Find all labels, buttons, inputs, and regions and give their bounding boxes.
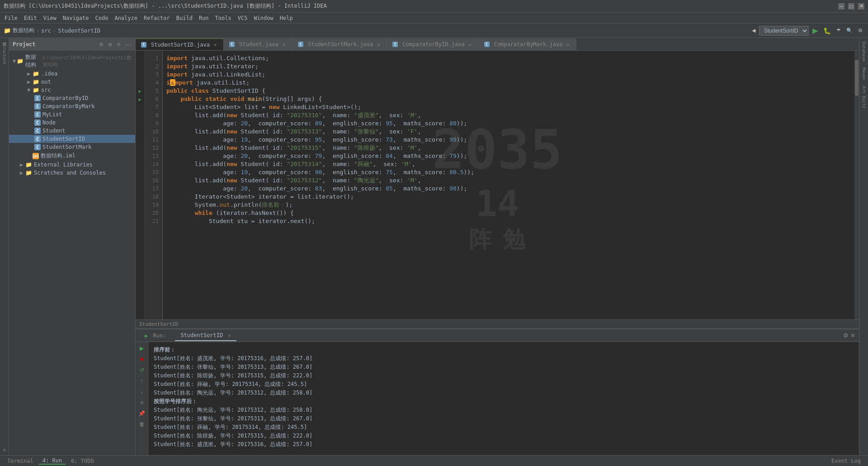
bottom-settings-btn[interactable]: ⚙ xyxy=(843,332,849,339)
structure-icon[interactable]: Structure xyxy=(0,49,9,57)
bottom-tab-actions: ⚙ ✕ xyxy=(843,332,855,339)
tree-studentsortid[interactable]: C StudentSortID xyxy=(9,135,135,143)
tree-comparatorbymark[interactable]: C ComparatorByMark xyxy=(9,102,135,110)
back-button[interactable]: ◀ xyxy=(750,27,757,34)
code-line-8: list.add(new Student( id: "20175316", na… xyxy=(166,111,851,119)
rerun-btn[interactable]: ↺ xyxy=(137,366,146,375)
right-maven-icon[interactable]: Maven xyxy=(862,66,866,81)
breadcrumb-file[interactable]: StudentSortID xyxy=(58,28,100,34)
code-line-15: age: 19, computer_score: 90, english_sco… xyxy=(166,168,851,176)
scroll-up-btn[interactable]: ↑ xyxy=(137,376,146,385)
tree-comparatorbyid-label: ComparatorByID xyxy=(42,95,88,101)
project-icon: 📁 xyxy=(4,27,11,34)
menu-analyze[interactable]: Analyze xyxy=(112,14,140,22)
tree-root-label: 数据结构 xyxy=(25,53,41,69)
tab-comparatorbymark-label: ComparatorByMark.java xyxy=(494,41,563,48)
run-button[interactable]: ▶ xyxy=(811,25,820,36)
output-line-0: 排序前： xyxy=(154,346,854,354)
tab-comparatorbyid-close[interactable]: ✕ xyxy=(467,42,473,48)
panel-expand-btn[interactable]: ⊕ xyxy=(107,41,113,48)
menu-refactor[interactable]: Refactor xyxy=(141,14,173,22)
tree-scratches[interactable]: ▶ 📁 Scratches and Consoles xyxy=(9,169,135,177)
footer-terminal[interactable]: Terminal xyxy=(4,458,37,464)
output-line-4: Student[姓名: 薛融, 学号: 20175314, 总成绩: 245.5… xyxy=(154,380,854,389)
stop-btn[interactable]: ■ xyxy=(137,355,146,364)
menu-build[interactable]: Build xyxy=(174,14,195,22)
code-line-3: import java.util.LinkedList; xyxy=(166,71,851,79)
search-button[interactable]: 🔍 xyxy=(844,27,854,34)
tree-iml[interactable]: iml 数据结构.iml xyxy=(9,151,135,161)
tree-node[interactable]: C Node xyxy=(9,119,135,127)
panel-settings-btn[interactable]: ⚙ xyxy=(98,41,105,48)
tree-mylist[interactable]: C MyList xyxy=(9,110,135,119)
tree-root[interactable]: ▼ 📁 数据结构 C:\Users\10451\IdeaProjects\数据结… xyxy=(9,52,135,70)
project-panel-title: Project xyxy=(13,41,36,48)
tree-out[interactable]: ▶ 📁 out xyxy=(9,78,135,86)
tab-comparatorbyid-label: ComparatorByID.java xyxy=(402,41,464,48)
settings-button[interactable]: ⚙ xyxy=(856,27,864,34)
tree-comparatorbyid[interactable]: C ComparatorByID xyxy=(9,94,135,102)
menu-edit[interactable]: Edit xyxy=(21,14,40,22)
tab-comparatorbymark[interactable]: C ComparatorByMark.java ✕ xyxy=(479,38,577,50)
minimize-button[interactable]: ─ xyxy=(838,3,844,10)
maximize-button[interactable]: □ xyxy=(848,3,854,10)
tree-src[interactable]: ▼ 📁 src xyxy=(9,86,135,94)
run-config-select[interactable]: StudentSortID xyxy=(759,26,809,36)
right-artbuild-icon[interactable]: Art Build xyxy=(862,84,866,110)
pin-btn[interactable]: 📌 xyxy=(137,409,146,418)
footer-tabs: Terminal 4: Run 6: TODO Event Log xyxy=(0,455,868,466)
tree-extlibs[interactable]: ▶ 📁 External Libraries xyxy=(9,161,135,169)
tab-comparatorbyid[interactable]: C ComparatorByID.java ✕ xyxy=(387,38,478,50)
breadcrumb-project[interactable]: 数据结构 xyxy=(13,27,34,34)
tab-student[interactable]: C Student.java ✕ xyxy=(224,38,292,50)
code-content[interactable]: import java.util.Collections; import jav… xyxy=(163,51,854,319)
footer-todo[interactable]: 6: TODO xyxy=(67,458,98,464)
tab-studentsortmark-close[interactable]: ✕ xyxy=(376,42,381,48)
coverage-button[interactable]: ☂ xyxy=(835,27,843,34)
tree-student[interactable]: C Student xyxy=(9,127,135,135)
code-line-2: import java.util.Iterator; xyxy=(166,62,851,71)
menu-code[interactable]: Code xyxy=(93,14,111,22)
wrap-btn[interactable]: ≡ xyxy=(137,398,146,407)
tab-studentsortid-close[interactable]: ✕ xyxy=(212,42,218,48)
play-btn[interactable]: ▶ xyxy=(137,344,146,353)
bottom-close-btn[interactable]: ✕ xyxy=(850,332,855,339)
run-gutter-6[interactable]: ▶ xyxy=(136,95,144,103)
menu-navigate[interactable]: Navigate xyxy=(60,14,92,22)
panel-close-btn[interactable]: — xyxy=(124,41,132,48)
menu-vcs[interactable]: VCS xyxy=(235,14,250,22)
footer-run[interactable]: 4: Run xyxy=(39,457,66,465)
footer-eventlog[interactable]: Event Log xyxy=(828,458,864,464)
tab-studentsortmark[interactable]: C StudentSortMark.java ✕ xyxy=(292,38,387,50)
bottom-run-label: Run: xyxy=(153,333,166,339)
tab-student-close[interactable]: ✕ xyxy=(281,42,287,48)
window-title: 数据结构 [C:\Users\10451\IdeaProjects\数据结构] … xyxy=(4,2,327,10)
close-button[interactable]: ✕ xyxy=(858,3,864,10)
run-icon: ▶ xyxy=(145,333,148,339)
breadcrumb-sep1: › xyxy=(36,28,39,34)
menu-view[interactable]: View xyxy=(41,14,59,22)
run-gutter-5[interactable]: ▶ xyxy=(136,87,144,95)
editor-scrollbar[interactable] xyxy=(854,51,859,319)
favorites-icon[interactable]: ★ xyxy=(0,445,9,453)
menu-window[interactable]: Window xyxy=(251,14,276,22)
code-line-9: age: 20, computer_score: 89, english_sco… xyxy=(166,119,851,128)
menu-help[interactable]: Help xyxy=(277,14,296,22)
bottom-tab-studentsortid[interactable]: StudentSortID ✕ xyxy=(175,330,236,341)
bottom-tabs-items: ▶ Run: StudentSortID ✕ xyxy=(139,330,843,341)
right-database-icon[interactable]: Database xyxy=(862,40,866,63)
panel-collapse-btn[interactable]: ⊖ xyxy=(115,41,122,48)
tab-studentsortid-label: StudentSortID.java xyxy=(151,42,210,48)
tree-idea[interactable]: ▶ 📁 .idea xyxy=(9,70,135,78)
scroll-down-btn[interactable]: ↓ xyxy=(137,387,146,396)
menu-run[interactable]: Run xyxy=(196,14,212,22)
tab-studentsortid[interactable]: C StudentSortID.java ✕ xyxy=(136,38,224,50)
tree-studentsortmark[interactable]: C StudentSortMark xyxy=(9,143,135,151)
menu-tools[interactable]: Tools xyxy=(212,14,234,22)
menu-file[interactable]: File xyxy=(2,14,20,22)
filter-btn[interactable]: 🗑 xyxy=(137,420,146,429)
tab-comparatorbymark-close[interactable]: ✕ xyxy=(565,42,571,48)
bottom-tab-close[interactable]: ✕ xyxy=(228,333,231,338)
breadcrumb-src[interactable]: src xyxy=(41,28,51,34)
debug-button[interactable]: 🐛 xyxy=(821,26,833,35)
